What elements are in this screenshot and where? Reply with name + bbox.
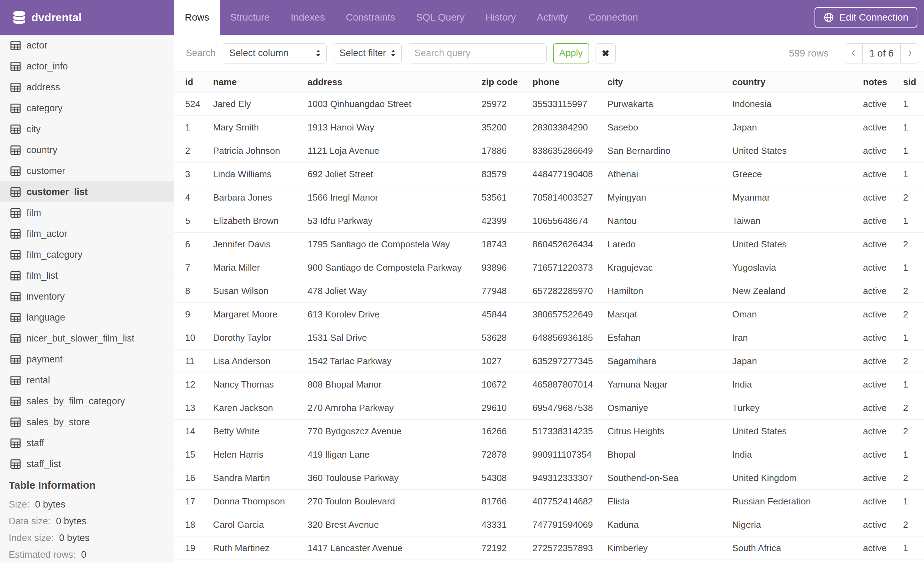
table-info-label: Size: [9, 499, 30, 510]
column-header[interactable]: country [732, 77, 863, 87]
cell-country: Turkey [732, 402, 863, 413]
tab-activity[interactable]: Activity [526, 0, 578, 35]
sidebar-table-item[interactable]: rental [0, 370, 174, 391]
table-row[interactable]: 16 Sandra Martin 360 Toulouse Parkway 54… [174, 466, 924, 490]
sidebar-table-item[interactable]: film_actor [0, 223, 174, 244]
sidebar-table-item[interactable]: customer_list [0, 182, 174, 202]
table-row[interactable]: 12 Nancy Thomas 808 Bhopal Manor 10672 4… [174, 373, 924, 396]
sidebar-table-item[interactable]: language [0, 307, 174, 328]
table-info-value: 0 [81, 549, 87, 560]
globe-icon [824, 12, 834, 23]
tab-sql-query[interactable]: SQL Query [405, 0, 475, 35]
clear-search-button[interactable]: ✖ [596, 43, 616, 63]
table-info-row: Index size: 0 bytes [9, 530, 174, 546]
sidebar-table-item[interactable]: film_list [0, 265, 174, 286]
table-row[interactable]: 4 Barbara Jones 1566 Inegl Manor 53561 7… [174, 186, 924, 209]
table-row[interactable]: 17 Donna Thompson 270 Toulon Boulevard 8… [174, 490, 924, 513]
cell-country: India [732, 379, 863, 390]
cell-country: Iran [732, 332, 863, 343]
table-row[interactable]: 524 Jared Ely 1003 Qinhuangdao Street 25… [174, 92, 924, 116]
tab-structure[interactable]: Structure [220, 0, 280, 35]
table-row[interactable]: 10 Dorothy Taylor 1531 Sal Drive 53628 6… [174, 326, 924, 350]
table-row[interactable]: 7 Maria Miller 900 Santiago de Compostel… [174, 256, 924, 279]
table-row[interactable]: 14 Betty White 770 Bydgoszcz Avenue 1626… [174, 420, 924, 443]
cell-name: Ruth Martinez [213, 543, 308, 554]
cell-notes: active [863, 262, 903, 273]
sidebar-table-item[interactable]: category [0, 98, 174, 119]
cell-sid: 1 [903, 216, 924, 227]
sidebar-table-item[interactable]: payment [0, 349, 174, 370]
table-icon [10, 208, 21, 218]
table-row[interactable]: 13 Karen Jackson 270 Amroha Parkway 2961… [174, 396, 924, 420]
pagination-next-button[interactable] [901, 44, 919, 63]
cell-city: Yamuna Nagar [608, 379, 732, 390]
cell-phone: 380657522649 [532, 309, 608, 320]
table-row[interactable]: 15 Helen Harris 419 Iligan Lane 72878 99… [174, 443, 924, 466]
table-row[interactable]: 1 Mary Smith 1913 Hanoi Way 35200 283033… [174, 116, 924, 139]
column-header[interactable]: id [185, 77, 213, 87]
cell-sid: 2 [903, 286, 924, 296]
sidebar-table-item[interactable]: staff [0, 432, 174, 453]
cell-city: Citrus Heights [608, 426, 732, 437]
tab-connection[interactable]: Connection [578, 0, 648, 35]
table-row[interactable]: 2 Patricia Johnson 1121 Loja Avenue 1788… [174, 139, 924, 162]
cell-sid: 2 [903, 192, 924, 203]
table-row[interactable]: 9 Margaret Moore 613 Korolev Drive 45844… [174, 303, 924, 326]
edit-connection-button[interactable]: Edit Connection [814, 8, 917, 27]
tab-constraints[interactable]: Constraints [335, 0, 406, 35]
cell-address: 478 Joliet Way [308, 286, 482, 296]
sidebar-table-item[interactable]: sales_by_film_category [0, 391, 174, 411]
sidebar-table-item[interactable]: country [0, 140, 174, 161]
cell-zip-code: 54308 [482, 473, 532, 483]
sidebar-table-item[interactable]: address [0, 77, 174, 98]
cell-sid: 2 [903, 426, 924, 437]
sidebar-table-item[interactable]: actor [0, 35, 174, 56]
cell-country: United States [732, 426, 863, 437]
sidebar-table-item[interactable]: actor_info [0, 56, 174, 77]
cell-name: Karen Jackson [213, 402, 308, 413]
pagination-prev-button[interactable] [844, 44, 862, 63]
sidebar-table-item[interactable]: film_category [0, 244, 174, 265]
sidebar-table-item[interactable]: sales_by_store [0, 411, 174, 432]
column-header[interactable]: name [213, 77, 308, 87]
column-header[interactable]: sid [903, 77, 924, 87]
column-header[interactable]: city [608, 77, 732, 87]
apply-button[interactable]: Apply [553, 43, 589, 63]
search-query-input[interactable] [408, 43, 547, 63]
sidebar-table-item[interactable]: inventory [0, 286, 174, 307]
cell-country: United Kingdom [732, 473, 863, 483]
table-row[interactable]: 11 Lisa Anderson 1542 Tarlac Parkway 102… [174, 350, 924, 373]
cell-name: Patricia Johnson [213, 146, 308, 156]
table-row[interactable]: 8 Susan Wilson 478 Joliet Way 77948 6572… [174, 279, 924, 303]
cell-sid: 1 [903, 262, 924, 273]
column-header[interactable]: zip code [482, 77, 532, 87]
sidebar-table-item[interactable]: film [0, 202, 174, 223]
cell-phone: 517338314235 [532, 426, 608, 437]
cell-country: Nigeria [732, 519, 863, 530]
cell-sid: 1 [903, 332, 924, 343]
sidebar-table-item[interactable]: nicer_but_slower_film_list [0, 328, 174, 349]
sidebar-table-item[interactable]: customer [0, 161, 174, 182]
column-select[interactable]: Select column [223, 43, 327, 63]
cell-city: Osmaniye [608, 402, 732, 413]
tab-indexes[interactable]: Indexes [280, 0, 335, 35]
table-row[interactable]: 3 Linda Williams 692 Joliet Street 83579… [174, 162, 924, 186]
table-row[interactable]: 6 Jennifer Davis 1795 Santiago de Compos… [174, 233, 924, 256]
table-info-row: Size: 0 bytes [9, 496, 174, 513]
filter-select[interactable]: Select filter [333, 43, 402, 63]
table-row[interactable]: 5 Elizabeth Brown 53 Idfu Parkway 42399 … [174, 209, 924, 233]
table-icon [10, 438, 21, 448]
column-header[interactable]: notes [863, 77, 903, 87]
sidebar-table-item[interactable]: city [0, 119, 174, 140]
cell-address: 808 Bhopal Manor [308, 379, 482, 390]
table-row[interactable]: 18 Carol Garcia 320 Brest Avenue 43331 7… [174, 513, 924, 536]
column-header[interactable]: phone [532, 77, 608, 87]
cell-notes: active [863, 379, 903, 390]
table-icon [10, 41, 21, 50]
tab-rows[interactable]: Rows [174, 0, 220, 35]
cell-notes: active [863, 332, 903, 343]
sidebar-table-item[interactable]: staff_list [0, 453, 174, 474]
table-row[interactable]: 19 Ruth Martinez 1417 Lancaster Avenue 7… [174, 536, 924, 560]
column-header[interactable]: address [308, 77, 482, 87]
tab-history[interactable]: History [475, 0, 526, 35]
